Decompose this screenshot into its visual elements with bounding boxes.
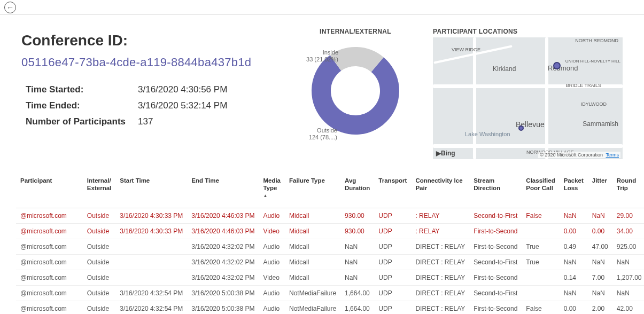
cell-roundtrip: 42.00 [612, 301, 644, 314]
main-content: Conference ID: 05116e47-73ba-4cde-a119-8… [0, 15, 644, 159]
map-label-sammamish: Sammamish [583, 120, 618, 128]
column-header-classifiedpoorcall[interactable]: Classified Poor Call [522, 174, 559, 208]
cell-starttime: 3/16/2020 4:32:54 PM [115, 286, 187, 301]
map-label-lake-washington: Lake Washington [465, 131, 510, 137]
column-header-endtime[interactable]: End Time [187, 174, 259, 208]
cell-avgduration: NaN [340, 255, 374, 270]
cell-starttime: 3/16/2020 4:32:54 PM [115, 301, 187, 314]
cell-mediatype: Video [259, 224, 285, 239]
cell-endtime: 3/16/2020 4:46:03 PM [187, 208, 259, 224]
cell-participant: @microsoft.com [16, 286, 83, 301]
cell-internalexternal: Outside [83, 286, 115, 301]
column-header-internalexternal[interactable]: Internal/ External [83, 174, 115, 208]
column-header-starttime[interactable]: Start Time [115, 174, 187, 208]
conference-id-label: Conference ID: [21, 32, 278, 49]
cell-endtime: 3/16/2020 4:32:02 PM [187, 270, 259, 286]
top-bar: ← [0, 0, 644, 15]
map-marker-bellevue[interactable] [518, 125, 524, 131]
table-row[interactable]: @microsoft.comOutside3/16/2020 4:32:54 P… [16, 301, 644, 314]
map-label-idylwood: IDYLWOOD [581, 101, 607, 107]
cell-roundtrip: 1,207.00 [612, 270, 644, 286]
column-header-transport[interactable]: Transport [374, 174, 411, 208]
cell-roundtrip: 925.00 [612, 239, 644, 255]
map-terms-link[interactable]: Terms [606, 152, 619, 158]
cell-connectivityicepair: DIRECT : RELAY [411, 255, 469, 270]
column-header-mediatype[interactable]: Media Type [259, 174, 285, 208]
cell-jitter: 0.00 [588, 224, 612, 239]
cell-connectivityicepair: : RELAY [411, 224, 469, 239]
cell-streamdirection: First-to-Second [469, 224, 522, 239]
cell-jitter: 7.00 [588, 270, 612, 286]
map[interactable]: VIEW RIDGE Kirkland Redmond NORTH REDMON… [433, 37, 623, 159]
column-header-connectivityicepair[interactable]: Connectivity Ice Pair [411, 174, 469, 208]
cell-roundtrip: 34.00 [612, 224, 644, 239]
cell-packetloss: 0.00 [560, 301, 588, 314]
cell-mediatype: Audio [259, 255, 285, 270]
map-label-view-ridge: VIEW RIDGE [452, 47, 480, 52]
cell-participant: @microsoft.com [16, 224, 83, 239]
table-row[interactable]: @microsoft.comOutside3/16/2020 4:30:33 P… [16, 208, 644, 224]
cell-classifiedpoorcall: True [522, 255, 559, 270]
participants-value: 137 [138, 116, 278, 127]
cell-avgduration: 1,664.00 [340, 301, 374, 314]
cell-transport: UDP [374, 270, 411, 286]
table-row[interactable]: @microsoft.comOutside3/16/2020 4:32:02 P… [16, 270, 644, 286]
cell-starttime [115, 270, 187, 286]
cell-starttime: 3/16/2020 4:30:33 PM [115, 208, 187, 224]
bing-logo: ▶Bing [436, 150, 455, 157]
cell-classifiedpoorcall [522, 286, 559, 301]
cell-packetloss: 0.14 [560, 270, 588, 286]
participant-locations: PARTICIPANT LOCATIONS VIEW RIDGE Kirklan… [433, 28, 623, 159]
cell-classifiedpoorcall [522, 270, 559, 286]
cell-classifiedpoorcall: True [522, 239, 559, 255]
cell-transport: UDP [374, 239, 411, 255]
cell-starttime [115, 239, 187, 255]
map-title: PARTICIPANT LOCATIONS [433, 28, 623, 35]
cell-connectivityicepair: : RELAY [411, 208, 469, 224]
cell-transport: UDP [374, 301, 411, 314]
cell-participant: @microsoft.com [16, 239, 83, 255]
cell-mediatype: Audio [259, 239, 285, 255]
column-header-packetloss[interactable]: Packet Loss [560, 174, 588, 208]
cell-streamdirection: Second-to-First [469, 255, 522, 270]
back-button[interactable]: ← [4, 2, 16, 13]
cell-endtime: 3/16/2020 4:32:02 PM [187, 239, 259, 255]
column-header-roundtrip[interactable]: Round Trip [612, 174, 644, 208]
cell-participant: @microsoft.com [16, 270, 83, 286]
cell-streamdirection: First-to-Second [469, 301, 522, 314]
cell-mediatype: Audio [259, 286, 285, 301]
cell-jitter: 47.00 [588, 239, 612, 255]
time-started-value: 3/16/2020 4:30:56 PM [138, 84, 278, 95]
column-header-jitter[interactable]: Jitter [588, 174, 612, 208]
conference-info: Conference ID: 05116e47-73ba-4cde-a119-8… [21, 28, 278, 159]
time-started-label: Time Started: [26, 84, 138, 95]
cell-transport: UDP [374, 286, 411, 301]
cell-starttime: 3/16/2020 4:30:33 PM [115, 224, 187, 239]
cell-roundtrip: NaN [612, 286, 644, 301]
column-header-avgduration[interactable]: Avg Duration [340, 174, 374, 208]
map-marker-redmond[interactable] [553, 62, 561, 69]
cell-failuretype: Midcall [285, 239, 340, 255]
time-ended-value: 3/16/2020 5:32:14 PM [138, 100, 278, 111]
cell-connectivityicepair: DIRECT : RELAY [411, 301, 469, 314]
table-row[interactable]: @microsoft.comOutside3/16/2020 4:32:02 P… [16, 255, 644, 270]
column-header-failuretype[interactable]: Failure Type [285, 174, 340, 208]
cell-streamdirection: Second-to-First [469, 286, 522, 301]
cell-failuretype: Midcall [285, 224, 340, 239]
participants-label: Number of Participants [26, 116, 138, 127]
table-row[interactable]: @microsoft.comOutside3/16/2020 4:32:54 P… [16, 286, 644, 301]
table-row[interactable]: @microsoft.comOutside3/16/2020 4:30:33 P… [16, 224, 644, 239]
column-header-streamdirection[interactable]: Stream Direction [469, 174, 522, 208]
cell-roundtrip: 29.00 [612, 208, 644, 224]
cell-packetloss: NaN [560, 286, 588, 301]
cell-avgduration: NaN [340, 239, 374, 255]
cell-jitter: NaN [588, 208, 612, 224]
cell-failuretype: Midcall [285, 208, 340, 224]
cell-failuretype: NotMediaFailure [285, 286, 340, 301]
table-row[interactable]: @microsoft.comOutside3/16/2020 4:32:02 P… [16, 239, 644, 255]
cell-streamdirection: First-to-Second [469, 270, 522, 286]
cell-packetloss: NaN [560, 255, 588, 270]
cell-participant: @microsoft.com [16, 208, 83, 224]
column-header-participant[interactable]: Participant [16, 174, 83, 208]
map-attribution: © 2020 Microsoft Corporation Terms [538, 152, 620, 158]
